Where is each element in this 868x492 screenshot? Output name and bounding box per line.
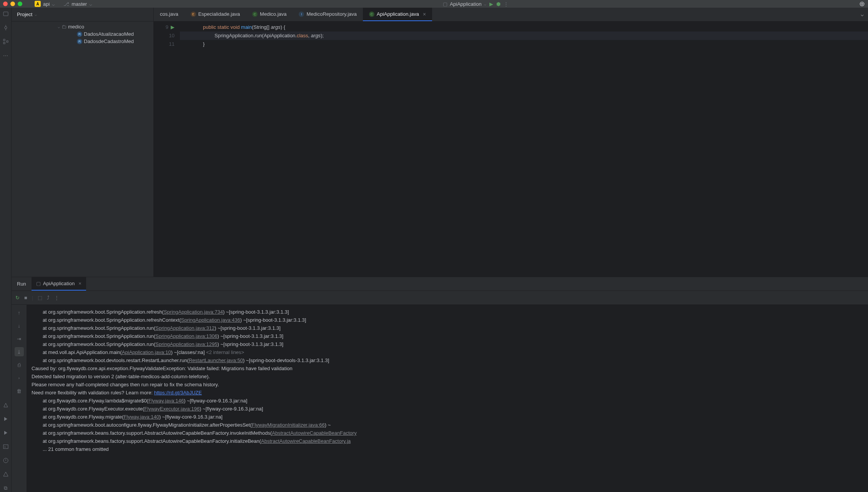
- svg-point-1: [5, 27, 7, 29]
- svg-rect-6: [7, 41, 8, 42]
- build-tool-icon[interactable]: [2, 401, 10, 409]
- file-type-icon: I: [299, 12, 304, 17]
- project-tree[interactable]: ⌵ 🗀 medico R DadosAtualizacaoMed R Dados…: [12, 22, 154, 277]
- project-view-header[interactable]: Project ⌵: [12, 8, 154, 21]
- editor-tab[interactable]: cos.java: [154, 8, 185, 21]
- stacktrace-link[interactable]: SpringApplication.java:436: [181, 317, 240, 323]
- rerun-icon[interactable]: ↻: [15, 295, 20, 301]
- branch-label[interactable]: master: [72, 1, 87, 7]
- stacktrace-link[interactable]: ApiApplication.java:10: [122, 349, 171, 355]
- code-editor[interactable]: 9▶ 10 11 public static void main(String[…: [154, 22, 868, 277]
- editor-gutter: 9▶ 10 11: [154, 22, 177, 277]
- stacktrace-link[interactable]: Flyway.java:146: [148, 398, 184, 404]
- minimize-window-button[interactable]: [10, 2, 15, 6]
- terminal-tool-icon[interactable]: [2, 443, 10, 450]
- stacktrace-link[interactable]: FlywayMigrationInitializer.java:66: [252, 422, 325, 428]
- debug2-tool-icon[interactable]: [2, 429, 10, 437]
- more-tabs-icon[interactable]: ⌵: [856, 8, 868, 21]
- tab-label: ApiApplication.java: [377, 11, 419, 17]
- stacktrace-link[interactable]: FlywayExecutor.java:196: [144, 406, 200, 412]
- tab-label: cos.java: [160, 11, 178, 17]
- svg-rect-0: [3, 12, 8, 16]
- vcs-branch-icon: ⎇: [63, 1, 69, 7]
- tab-label: Medico.java: [260, 11, 286, 17]
- tree-file[interactable]: R DadosAtualizacaoMed: [12, 30, 153, 38]
- close-tab-icon[interactable]: ×: [78, 281, 81, 286]
- stop-icon[interactable]: ■: [24, 295, 27, 301]
- run-tool-icon[interactable]: [2, 415, 10, 423]
- maximize-window-button[interactable]: [18, 2, 22, 6]
- down-arrow-icon[interactable]: ↓: [15, 321, 24, 330]
- run-side-toolbar: ↑ ↓ ⇥ ⤓ ⎙ › 🗑: [12, 305, 27, 492]
- stacktrace-link[interactable]: AbstractAutowireCapableBeanFactory.ja: [261, 438, 351, 444]
- project-badge: A: [35, 1, 41, 7]
- run-button-icon[interactable]: ▶: [489, 1, 493, 7]
- tab-label: MedicoRepository.java: [306, 11, 357, 17]
- editor-tab[interactable]: IMedicoRepository.java: [293, 8, 363, 21]
- tree-folder-medico[interactable]: ⌵ 🗀 medico: [12, 23, 153, 30]
- hyperlink[interactable]: https://rd.gt/3AbJUZE: [154, 390, 202, 396]
- run-gutter-icon[interactable]: ▶: [171, 23, 175, 32]
- run-tool-window: Run ▢ ApiApplication × ↻ ■ | ⬚ ⤴ ⋮ ↑ ↓: [12, 277, 868, 492]
- run-tab[interactable]: ▢ ApiApplication ×: [32, 277, 86, 291]
- window-titlebar: A api ⌵ ⎇ master ⌵ ▢ ApiApplication ⌵ ▶ …: [0, 0, 868, 8]
- warning-tool-icon[interactable]: [2, 470, 10, 478]
- svg-rect-4: [3, 39, 5, 41]
- run-config-dropdown[interactable]: ▢ ApiApplication ⌵: [443, 1, 486, 7]
- problems-tool-icon[interactable]: [2, 457, 10, 464]
- editor-tab[interactable]: CMedico.java: [246, 8, 293, 21]
- stacktrace-link[interactable]: Flyway.java:140: [124, 414, 159, 420]
- exit-icon[interactable]: ⤴: [47, 295, 50, 301]
- structure-tool-icon[interactable]: [2, 38, 10, 45]
- print-icon[interactable]: ⎙: [15, 360, 24, 369]
- svg-rect-7: [3, 445, 8, 449]
- run-tool-label[interactable]: Run: [12, 281, 32, 287]
- git-tool-icon[interactable]: ⧉: [2, 484, 10, 492]
- more-tool-icon[interactable]: ⋯: [2, 52, 10, 59]
- project-tool-icon[interactable]: [2, 10, 10, 18]
- record-file-icon: R: [77, 39, 82, 44]
- commit-tool-icon[interactable]: [2, 24, 10, 32]
- stacktrace-link[interactable]: SpringApplication.java:1306: [155, 333, 217, 339]
- capture-icon[interactable]: ⬚: [38, 295, 42, 301]
- soft-wrap-icon[interactable]: ⇥: [15, 334, 24, 343]
- editor-tabs-bar: Project ⌵ cos.javaEEspecialidade.javaCMe…: [12, 8, 868, 22]
- tab-label: Especialidade.java: [198, 11, 240, 17]
- app-icon: ▢: [36, 281, 41, 286]
- file-type-icon: E: [191, 12, 196, 17]
- stacktrace-link[interactable]: RestartLauncher.java:50: [189, 357, 243, 363]
- run-controls: ↻ ■ | ⬚ ⤴ ⋮: [12, 291, 868, 305]
- stacktrace-link[interactable]: SpringApplication.java:734: [164, 309, 223, 315]
- window-controls: [3, 2, 22, 6]
- tree-file[interactable]: R DadosdeCadastroMed: [12, 38, 153, 45]
- file-type-icon: C: [369, 12, 374, 17]
- svg-rect-5: [3, 42, 5, 44]
- chevron-down-icon: ⌵: [58, 25, 60, 29]
- scroll-to-end-icon[interactable]: ⤓: [15, 347, 24, 356]
- editor-tab[interactable]: EEspecialidade.java: [185, 8, 246, 21]
- left-toolwindow-bar: ⋯ ⧉: [0, 8, 12, 492]
- folder-icon: 🗀: [62, 24, 67, 30]
- project-name-label[interactable]: api: [43, 1, 50, 7]
- clear-icon[interactable]: 🗑: [15, 386, 24, 396]
- add-button-icon[interactable]: ⊕: [859, 0, 865, 8]
- more-icon[interactable]: ⋮: [54, 295, 59, 301]
- expand-side-icon[interactable]: ›: [15, 373, 24, 382]
- record-file-icon: R: [77, 32, 82, 37]
- stacktrace-link[interactable]: AbstractAutowireCapableBeanFactory: [272, 430, 356, 436]
- file-type-icon: C: [252, 12, 258, 17]
- debug-button-icon[interactable]: ⬢: [496, 1, 501, 7]
- stacktrace-link[interactable]: SpringApplication.java:312: [155, 325, 215, 331]
- close-tab-icon[interactable]: ×: [423, 11, 426, 17]
- editor-tab[interactable]: CApiApplication.java×: [363, 8, 432, 21]
- up-arrow-icon[interactable]: ↑: [15, 308, 24, 317]
- more-run-icon[interactable]: ⋮: [504, 1, 509, 7]
- console-output[interactable]: at org.springframework.boot.SpringApplic…: [27, 305, 868, 492]
- stacktrace-link[interactable]: SpringApplication.java:1295: [155, 341, 217, 347]
- close-window-button[interactable]: [3, 2, 8, 6]
